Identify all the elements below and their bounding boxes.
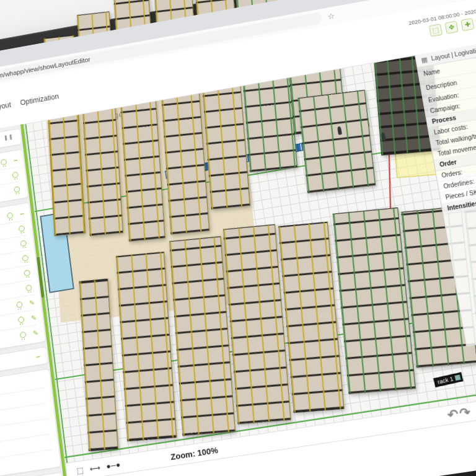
- selection-rectangle-icon[interactable]: ⬚: [76, 465, 84, 475]
- layout-tab-icon: ▦: [420, 56, 428, 64]
- distance-icon[interactable]: ⟷: [89, 463, 101, 474]
- minus-icon[interactable]: –: [35, 352, 40, 361]
- pencil-icon[interactable]: ✎: [32, 328, 38, 337]
- monitor: Logivations × + ← → ⟳ w2mo.logivations.c…: [0, 0, 476, 476]
- menu-item-layout[interactable]: Layout: [0, 100, 12, 112]
- background-wall: Logivations × + ← → ⟳ w2mo.logivations.c…: [0, 0, 476, 476]
- zoom-level[interactable]: Zoom: 100%: [170, 445, 218, 462]
- bookmark-star-icon[interactable]: ☆: [327, 11, 335, 21]
- pencil-icon[interactable]: ✎: [30, 314, 37, 322]
- rack-cluster[interactable]: [298, 90, 376, 193]
- undo-icon[interactable]: ↶: [446, 407, 459, 421]
- bulb-icon[interactable]: [18, 316, 25, 323]
- empty-row: [0, 454, 54, 476]
- pause-icon[interactable]: ❚❚: [3, 133, 14, 143]
- bulb-icon[interactable]: [1, 159, 7, 165]
- screen: Logivations × + ← → ⟳ w2mo.logivations.c…: [0, 0, 476, 476]
- bulb-icon[interactable]: [20, 332, 27, 338]
- bulb-icon[interactable]: [16, 301, 23, 308]
- history-controls: ↶ ↷: [446, 405, 471, 421]
- bulb-icon[interactable]: [19, 225, 25, 232]
- minus-icon[interactable]: –: [13, 156, 18, 164]
- bulb-icon[interactable]: [12, 172, 18, 178]
- rack-name-label[interactable]: rack 1: [433, 372, 463, 387]
- bulb-icon[interactable]: [20, 240, 27, 247]
- bulb-icon[interactable]: [24, 270, 30, 276]
- minus-icon[interactable]: –: [20, 209, 25, 218]
- pan-icon[interactable]: ✥: [445, 21, 459, 34]
- select-icon[interactable]: ⬚: [429, 24, 443, 37]
- pencil-icon[interactable]: ✎: [29, 298, 35, 307]
- bulb-icon[interactable]: [7, 212, 14, 219]
- redo-icon[interactable]: ↷: [459, 405, 472, 420]
- bulb-icon[interactable]: [14, 186, 20, 193]
- menu-item-optimization[interactable]: Optimization: [20, 92, 60, 107]
- statusbar-tools: ⬚⟷●─●: [76, 460, 121, 475]
- connect-icon[interactable]: ●─●: [106, 460, 121, 471]
- bulb-icon[interactable]: [22, 255, 29, 262]
- bulb-icon[interactable]: [25, 284, 32, 291]
- add-icon[interactable]: ✚: [461, 18, 474, 31]
